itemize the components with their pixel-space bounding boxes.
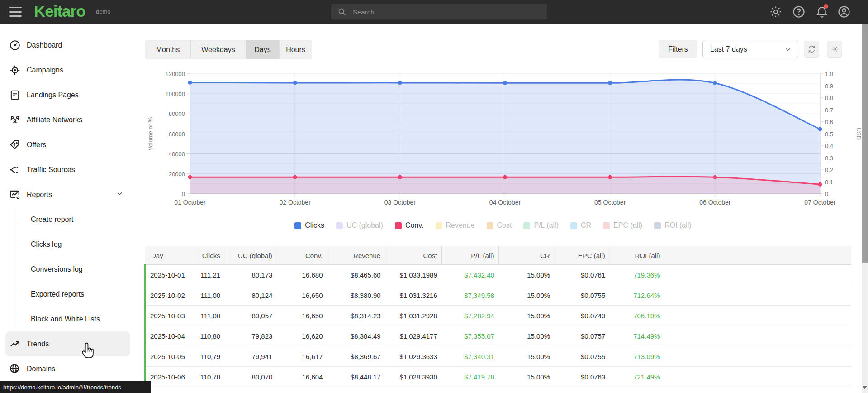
cell-cost: $1,029.4177 <box>385 326 442 346</box>
sidebar-item-conversions-log[interactable]: Conversions log <box>0 257 136 282</box>
table-row[interactable]: 2025-10-01111,2180,17316,680$8,465.60$1,… <box>145 265 851 285</box>
filters-button[interactable]: Filters <box>659 40 697 58</box>
user-avatar-icon[interactable] <box>837 5 851 19</box>
cell-cr: 15.00% <box>499 326 555 346</box>
sidebar-item-offers[interactable]: Offers <box>0 132 136 157</box>
column-header-revenue[interactable]: Revenue <box>327 246 385 265</box>
legend-item-p-l-all[interactable]: P/L (all) <box>523 221 559 230</box>
x-tick-label: 07 October <box>804 199 836 206</box>
right-tick-label: 0.1 <box>825 179 833 186</box>
data-point-clicks <box>188 81 192 85</box>
cell-p-l-all: $7,340.31 <box>442 346 499 367</box>
gear-icon <box>831 45 839 53</box>
legend-label: Conv. <box>405 221 424 230</box>
left-tick-label: 120000 <box>166 71 185 77</box>
cell-clicks: 111,00 <box>198 285 225 306</box>
cell-day: 2025-10-02 <box>145 285 198 306</box>
right-tick-label: 0 <box>825 191 828 197</box>
cell-p-l-all: $7,432.40 <box>442 265 499 285</box>
sidebar-item-label: Domains <box>27 365 55 373</box>
sidebar-item-black-and-white-lists[interactable]: Black and White Lists <box>0 307 136 331</box>
sidebar-item-exported-reports[interactable]: Exported reports <box>0 282 136 307</box>
data-point-conv <box>608 175 612 179</box>
sidebar-item-label: Landings Pages <box>27 91 79 99</box>
offers-icon <box>9 139 21 151</box>
right-tick-label: 0.5 <box>825 131 833 138</box>
date-range-dropdown[interactable]: Last 7 days <box>702 40 798 58</box>
help-icon[interactable] <box>792 5 806 19</box>
trends-chart[interactable]: 02000040000600008000010000012000000.10.2… <box>136 57 862 217</box>
vertical-scrollbar[interactable] <box>862 24 868 393</box>
chart-settings-button[interactable] <box>827 41 842 58</box>
cell-day: 2025-10-03 <box>145 306 198 326</box>
status-url-tooltip: https://demo.keitaro.io/admin/#!/trends/… <box>0 381 151 393</box>
table-row[interactable]: 2025-10-06110,7080,07016,604$8,448.17$1,… <box>145 367 851 387</box>
data-point-clicks <box>293 81 297 85</box>
data-point-conv <box>188 175 192 179</box>
sidebar-nav: DashboardCampaignsLandings PagesAffiliat… <box>0 33 136 381</box>
cell-uc-global: 80,057 <box>225 306 277 326</box>
column-header-clicks[interactable]: Clicks <box>198 246 225 265</box>
legend-item-revenue[interactable]: Revenue <box>436 221 475 230</box>
legend-item-cr[interactable]: CR <box>570 221 591 230</box>
cell-conv: 16,650 <box>277 306 327 326</box>
table-row[interactable]: 2025-10-0764,6944,4779,413$4,800.34$527.… <box>145 387 851 393</box>
column-header-conv[interactable]: Conv. <box>277 246 327 265</box>
cell-clicks: 110,80 <box>198 326 225 346</box>
sidebar-item-create-report[interactable]: Create report <box>0 207 136 232</box>
table-row[interactable]: 2025-10-02111,0080,12416,650$8,380.90$1,… <box>145 285 851 306</box>
tab-weekdays[interactable]: Weekdays <box>191 40 246 59</box>
legend-item-cost[interactable]: Cost <box>487 221 512 230</box>
column-header-uc-global[interactable]: UC (global) <box>225 246 277 265</box>
data-point-conv <box>818 182 822 187</box>
sidebar-item-reports[interactable]: Reports <box>0 182 136 207</box>
column-header-p-l-all[interactable]: P/L (all) <box>442 246 499 265</box>
cell-filler <box>664 285 851 306</box>
cell-cr: 15.00% <box>499 387 555 393</box>
table-row[interactable]: 2025-10-03111,0080,05716,650$8,314.23$1,… <box>145 306 851 326</box>
scrollbar-down-arrow[interactable] <box>863 386 867 389</box>
sidebar-item-campaigns[interactable]: Campaigns <box>0 58 136 82</box>
sidebar-item-landings-pages[interactable]: Landings Pages <box>0 82 136 107</box>
search-input[interactable] <box>352 8 547 16</box>
column-header-day[interactable]: Day <box>145 246 198 265</box>
sidebar-item-dashboard[interactable]: Dashboard <box>0 33 136 58</box>
column-header-roi-all[interactable]: ROI (all) <box>610 246 664 265</box>
legend-item-uc-global[interactable]: UC (global) <box>336 221 383 230</box>
legend-label: CR <box>581 221 591 230</box>
notifications-bell-icon[interactable] <box>815 5 829 19</box>
data-point-clicks <box>398 81 402 85</box>
legend-item-conv[interactable]: Conv. <box>395 221 424 230</box>
right-tick-label: 0.3 <box>825 155 833 162</box>
sidebar-item-trends[interactable]: Trends <box>5 331 130 356</box>
menu-toggle-icon[interactable] <box>9 7 22 17</box>
data-point-conv <box>398 175 402 179</box>
search-box[interactable] <box>331 4 547 19</box>
sidebar-item-affiliate-networks[interactable]: Affiliate Networks <box>0 107 136 132</box>
legend-swatch <box>523 222 530 229</box>
landing-pages-icon <box>9 89 21 101</box>
sidebar-item-domains[interactable]: Domains <box>0 356 136 381</box>
table-row[interactable]: 2025-10-05110,7979,94116,617$8,369.67$1,… <box>145 346 851 367</box>
table-row[interactable]: 2025-10-04110,8079,82316,620$8,384.49$1,… <box>145 326 851 346</box>
legend-label: Cost <box>497 221 512 230</box>
cell-day: 2025-10-01 <box>145 265 198 285</box>
refresh-button[interactable] <box>804 41 819 58</box>
tab-hours[interactable]: Hours <box>280 40 312 59</box>
sidebar-item-traffic-sources[interactable]: Traffic Sources <box>0 157 136 182</box>
column-header-epc-all[interactable]: EPC (all) <box>555 246 610 265</box>
sidebar-item-clicks-log[interactable]: Clicks log <box>0 232 136 257</box>
legend-item-epc-all[interactable]: EPC (all) <box>603 221 642 230</box>
settings-gear-icon[interactable] <box>769 5 783 19</box>
legend-item-clicks[interactable]: Clicks <box>294 221 324 230</box>
column-header-cost[interactable]: Cost <box>385 246 442 265</box>
tab-days[interactable]: Days <box>246 40 280 59</box>
dashboard-icon <box>9 39 21 51</box>
tab-months[interactable]: Months <box>145 40 191 59</box>
cell-epc-all: $0.0757 <box>555 326 610 346</box>
legend-item-roi-all[interactable]: ROI (all) <box>654 221 692 230</box>
campaigns-icon <box>9 64 21 76</box>
scrollbar-thumb[interactable] <box>862 24 868 263</box>
cell-epc-all: $0.0743 <box>555 387 610 393</box>
column-header-cr[interactable]: CR <box>499 246 555 265</box>
